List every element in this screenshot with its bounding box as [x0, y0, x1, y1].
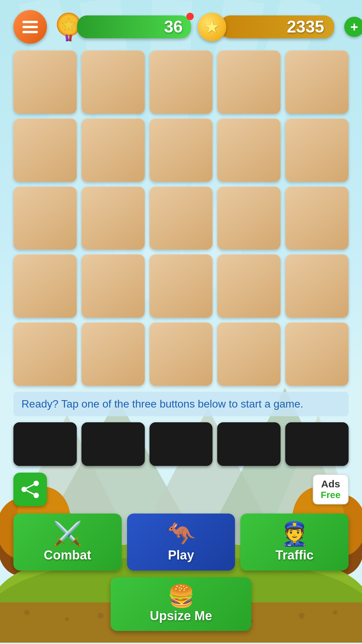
play-button[interactable]: 🦘 Play — [127, 514, 235, 571]
upsize-label: Upsize Me — [150, 609, 212, 623]
black-cells-row — [13, 422, 349, 466]
game-grid — [13, 50, 349, 386]
grid-cell[interactable] — [13, 118, 77, 182]
traffic-button[interactable]: 👮 Traffic — [240, 514, 349, 571]
grid-cell[interactable] — [285, 118, 349, 182]
xp-bar-container: 36 — [77, 15, 191, 38]
grid-cell[interactable] — [13, 186, 77, 250]
grid-cell[interactable] — [149, 118, 213, 182]
grid-cell[interactable] — [13, 322, 77, 386]
grid-cell[interactable] — [149, 322, 213, 386]
star-icon: ★ — [204, 17, 220, 37]
combat-icon: ⚔️ — [53, 522, 82, 545]
upsize-button[interactable]: 🍔 Upsize Me — [111, 577, 251, 631]
black-cell[interactable] — [81, 422, 145, 466]
grid-cell[interactable] — [13, 254, 77, 318]
add-coins-button[interactable]: + — [344, 17, 362, 37]
xp-value: 36 — [164, 17, 183, 37]
plus-icon: + — [350, 20, 358, 34]
grid-cell[interactable] — [217, 50, 281, 114]
svg-line-35 — [24, 489, 36, 495]
black-cell[interactable] — [149, 422, 213, 466]
svg-line-34 — [24, 483, 36, 489]
action-row: Ads Free — [13, 473, 349, 506]
header: 36 ★ 2335 + — [13, 10, 349, 44]
play-icon: 🦘 — [167, 522, 196, 545]
grid-cell[interactable] — [285, 254, 349, 318]
play-label: Play — [168, 548, 194, 562]
combat-label: Combat — [44, 548, 91, 562]
grid-cell[interactable] — [13, 50, 77, 114]
share-icon — [20, 479, 40, 499]
grid-cell[interactable] — [285, 50, 349, 114]
instruction-text: Ready? Tap one of the three buttons belo… — [21, 398, 303, 410]
grid-cell[interactable] — [149, 254, 213, 318]
grid-cell[interactable] — [149, 50, 213, 114]
upsize-icon: 🍔 — [168, 585, 195, 607]
black-cell[interactable] — [285, 422, 349, 466]
free-label: Free — [321, 490, 341, 500]
instruction-box: Ready? Tap one of the three buttons belo… — [13, 392, 349, 416]
menu-icon — [22, 21, 38, 33]
grid-cell[interactable] — [217, 186, 281, 250]
menu-button[interactable] — [13, 10, 47, 44]
grid-cell[interactable] — [81, 50, 145, 114]
coin-icon: ★ — [198, 13, 226, 41]
xp-bar: 36 — [77, 15, 191, 38]
coin-value: 2335 — [287, 17, 324, 37]
ads-label: Ads — [321, 478, 341, 490]
grid-cell[interactable] — [81, 322, 145, 386]
xp-section: 36 — [54, 12, 191, 42]
coin-bar: 2335 — [220, 15, 334, 38]
grid-cell[interactable] — [217, 322, 281, 386]
grid-cell[interactable] — [285, 322, 349, 386]
game-modes-row: ⚔️ Combat 🦘 Play 👮 Traffic — [13, 514, 349, 571]
traffic-label: Traffic — [276, 548, 314, 562]
coin-section: ★ 2335 — [198, 13, 334, 41]
grid-cell[interactable] — [285, 186, 349, 250]
grid-cell[interactable] — [81, 254, 145, 318]
share-button[interactable] — [13, 473, 47, 506]
grid-cell[interactable] — [81, 186, 145, 250]
notification-dot — [186, 13, 194, 20]
main-content: 36 ★ 2335 + — [0, 0, 362, 644]
grid-cell[interactable] — [217, 254, 281, 318]
combat-button[interactable]: ⚔️ Combat — [13, 514, 122, 571]
black-cell[interactable] — [13, 422, 77, 466]
traffic-icon: 👮 — [280, 522, 309, 545]
black-cell[interactable] — [217, 422, 281, 466]
grid-cell[interactable] — [217, 118, 281, 182]
grid-cell[interactable] — [81, 118, 145, 182]
grid-cell[interactable] — [149, 186, 213, 250]
ads-free-button[interactable]: Ads Free — [313, 474, 349, 504]
